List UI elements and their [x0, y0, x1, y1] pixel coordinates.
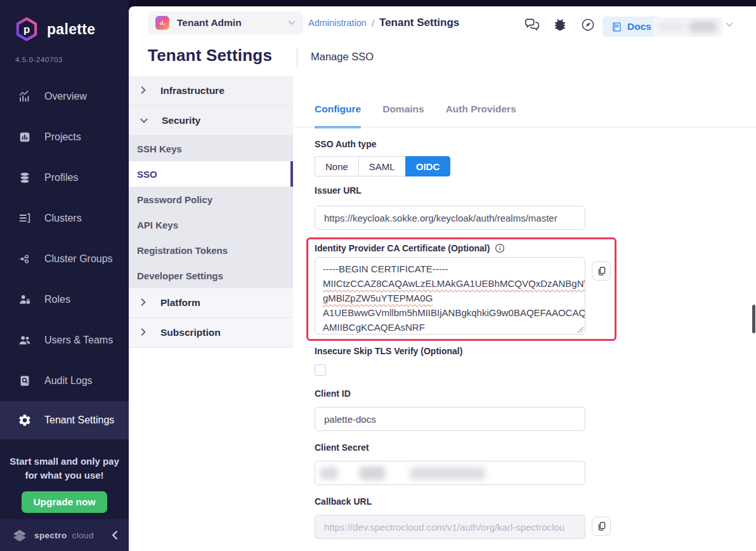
copy-certificate-button[interactable] — [592, 262, 611, 281]
feedback-chat-icon[interactable] — [524, 17, 540, 33]
sidebar-item-label: Clusters — [44, 213, 82, 224]
breadcrumb-separator: / — [372, 18, 374, 29]
issuer-url-label: Issuer URL — [315, 185, 362, 196]
gear-icon — [18, 413, 32, 427]
client-id-label: Client ID — [315, 388, 351, 399]
header-divider — [297, 48, 297, 68]
docs-button[interactable]: Docs — [603, 17, 660, 37]
version-label: 4.5.0-240703 — [15, 56, 63, 63]
chevron-right-icon — [140, 297, 147, 309]
overview-icon — [18, 90, 32, 103]
docs-book-icon — [611, 22, 622, 32]
subpage-title: Manage SSO — [311, 51, 374, 63]
issuer-url-input[interactable] — [315, 206, 585, 230]
sidebar-item-cluster-groups[interactable]: Cluster Groups — [0, 239, 129, 279]
users-teams-icon — [18, 333, 32, 347]
sidebar-item-label: Overview — [44, 91, 87, 102]
spectro-cloud-logo-icon — [10, 526, 29, 545]
sidebar-item-label: Roles — [44, 294, 70, 305]
sidebar-item-label: Projects — [44, 131, 81, 143]
app-root: p palette 4.5.0-240703 Overview Projects… — [0, 0, 756, 551]
palette-logo-icon: p — [14, 17, 39, 42]
sidebar-nav: Overview Projects Profiles Clusters Clus… — [0, 76, 129, 439]
sidebar-item-tenant-settings[interactable]: Tenant Settings — [0, 401, 129, 439]
roles-icon — [18, 293, 32, 307]
settings-nav-api-keys[interactable]: API Keys — [129, 212, 293, 237]
callback-url-label: Callback URL — [315, 496, 372, 507]
tab-bar: Configure Domains Auth Providers — [315, 103, 516, 128]
palette-logo: p palette — [14, 17, 95, 42]
breadcrumb-current: Tenant Settings — [379, 17, 459, 29]
sidebar-item-label: Cluster Groups — [44, 253, 113, 265]
auth-type-saml-button[interactable]: SAML — [358, 156, 405, 176]
sidebar-footer: spectro cloud — [0, 519, 129, 551]
sidebar: p palette 4.5.0-240703 Overview Projects… — [0, 0, 129, 551]
sidebar-item-label: Audit Logs — [44, 375, 93, 387]
upgrade-now-button[interactable]: Upgrade now — [22, 491, 107, 513]
sidebar-item-overview[interactable]: Overview — [0, 76, 129, 117]
sidebar-item-audit-logs[interactable]: Audit Logs — [0, 361, 129, 401]
breadcrumb: Administration / Tenant Settings — [308, 6, 459, 39]
settings-nav-infrastructure[interactable]: Infrastructure — [129, 76, 293, 106]
collapse-sidebar-icon[interactable] — [111, 531, 119, 540]
logo-wordmark: palette — [47, 21, 95, 38]
settings-nav-ssh-keys[interactable]: SSH Keys — [129, 136, 293, 161]
profiles-icon — [18, 171, 32, 185]
sidebar-item-roles[interactable]: Roles — [0, 279, 129, 320]
audit-logs-icon — [18, 374, 32, 388]
tenant-admin-icon — [155, 16, 169, 30]
tab-divider — [294, 127, 756, 128]
tab-domains[interactable]: Domains — [382, 103, 424, 128]
sidebar-item-users-teams[interactable]: Users & Teams — [0, 320, 129, 361]
chevron-down-icon — [140, 115, 148, 126]
sidebar-item-clusters[interactable]: Clusters — [0, 198, 129, 239]
tab-auth-providers[interactable]: Auth Providers — [446, 103, 516, 128]
settings-nav-password-policy[interactable]: Password Policy — [129, 187, 293, 212]
scope-selector-label: Tenant Admin — [177, 17, 242, 29]
auth-type-oidc-button[interactable]: OIDC — [405, 156, 451, 176]
callback-url-input — [315, 515, 585, 539]
settings-nav-sso[interactable]: SSO — [129, 161, 293, 187]
bug-report-icon[interactable] — [552, 17, 568, 33]
explore-compass-icon[interactable] — [580, 17, 596, 33]
upgrade-message: Start small and only pay for what you us… — [0, 455, 129, 482]
svg-text:p: p — [23, 23, 30, 36]
scrollbar-thumb[interactable] — [752, 305, 755, 333]
sidebar-item-label: Tenant Settings — [44, 415, 114, 426]
user-menu-chevron-down-icon[interactable] — [726, 22, 733, 27]
copy-callback-url-button[interactable] — [592, 517, 611, 536]
ca-certificate-textarea[interactable]: -----BEGIN CERTIFICATE----- MIICtzCCAZ8C… — [315, 257, 585, 335]
client-secret-input-redacted[interactable] — [315, 461, 585, 485]
sidebar-item-profiles[interactable]: Profiles — [0, 157, 129, 198]
page-title: Tenant Settings — [148, 46, 272, 65]
sidebar-item-label: Users & Teams — [44, 335, 113, 346]
main-panel: Tenant Admin Administration / Tenant Set… — [129, 6, 756, 551]
upgrade-panel: Start small and only pay for what you us… — [0, 455, 129, 513]
projects-icon — [18, 130, 32, 144]
scope-selector[interactable]: Tenant Admin — [148, 11, 303, 34]
sso-auth-type-segmented: None SAML OIDC — [315, 156, 450, 176]
brand-name: spectro — [34, 531, 67, 540]
ca-certificate-label: Identity Provider CA Certificate (Option… — [315, 243, 490, 253]
cluster-groups-icon — [18, 252, 32, 266]
settings-nav-developer-settings[interactable]: Developer Settings — [129, 263, 293, 288]
chevron-right-icon — [140, 85, 147, 96]
settings-nav-subscription[interactable]: Subscription — [129, 318, 293, 348]
settings-nav-platform[interactable]: Platform — [129, 288, 293, 318]
sidebar-item-projects[interactable]: Projects — [0, 117, 129, 157]
info-icon[interactable] — [495, 243, 505, 253]
chevron-right-icon — [140, 327, 147, 338]
client-secret-label: Client Secret — [315, 442, 369, 453]
sso-auth-type-label: SSO Auth type — [315, 139, 377, 149]
settings-nav: Infrastructure Security SSH Keys SSO Pas… — [129, 76, 293, 348]
user-menu-redacted[interactable] — [653, 17, 723, 37]
skip-tls-checkbox[interactable] — [315, 364, 326, 376]
auth-type-none-button[interactable]: None — [315, 156, 358, 176]
breadcrumb-administration[interactable]: Administration — [308, 18, 367, 28]
settings-nav-security[interactable]: Security — [129, 106, 293, 136]
client-id-input[interactable] — [315, 407, 585, 431]
skip-tls-label: Insecure Skip TLS Verify (Optional) — [315, 346, 462, 356]
settings-nav-registration-tokens[interactable]: Registration Tokens — [129, 237, 293, 263]
tab-configure[interactable]: Configure — [315, 103, 361, 128]
sso-configure-panel: Configure Domains Auth Providers SSO Aut… — [294, 76, 756, 551]
